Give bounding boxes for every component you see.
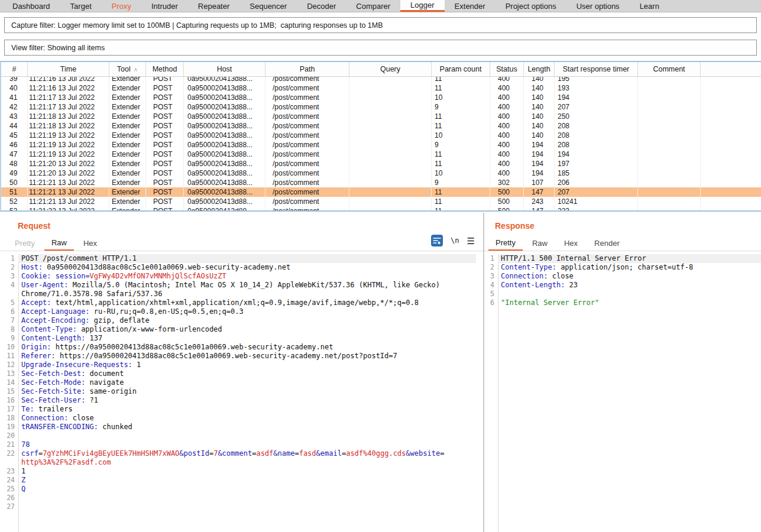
table-row[interactable]: 4111:21:17 13 Jul 2022ExtenderPOST0a9500…	[1, 93, 761, 102]
column-header-comment[interactable]: Comment	[638, 62, 701, 76]
response-tab-hex[interactable]: Hex	[557, 236, 585, 251]
column-header-tool[interactable]: Tool∧	[109, 62, 146, 76]
table-row[interactable]: 4811:21:20 13 Jul 2022ExtenderPOST0a9500…	[1, 159, 761, 168]
main-tab-comparer[interactable]: Comparer	[346, 0, 400, 12]
column-header-length[interactable]: Length	[524, 62, 555, 76]
line-text: Connection: close	[18, 414, 94, 423]
table-row[interactable]: 5311:21:22 13 Jul 2022ExtenderPOST0a9500…	[1, 206, 761, 211]
cell: /post/comment	[265, 83, 349, 93]
cell: 302	[490, 178, 524, 187]
main-tab-project-options[interactable]: Project options	[496, 0, 566, 12]
request-toolbar: \n ☰	[431, 235, 475, 246]
cell: 107	[524, 178, 555, 187]
cell: 208	[555, 140, 638, 150]
line-text: Cookie: session=VgFWy4D2vMfON7vMNMhjQlSc…	[18, 272, 226, 281]
line-text: Content-Length: 137	[18, 334, 102, 343]
main-tab-proxy[interactable]: Proxy	[102, 0, 141, 12]
table-row[interactable]: 4411:21:18 13 Jul 2022ExtenderPOST0a9500…	[1, 121, 761, 131]
editor-line: 17Te: trailers	[0, 405, 483, 414]
column-header-number[interactable]: #	[1, 62, 28, 76]
cell: 11	[432, 121, 490, 131]
editor-line: 19tRANSFER-ENCODING: chunked	[0, 423, 483, 432]
view-filter-bar[interactable]: View filter: Showing all items	[4, 40, 757, 56]
main-tab-user-options[interactable]: User options	[566, 0, 630, 12]
column-header-start-response-timer[interactable]: Start response timer	[555, 62, 638, 76]
cell: 11:21:16 13 Jul 2022	[28, 83, 109, 93]
editor-line: 7Accept-Encoding: gzip, deflate	[0, 316, 483, 325]
cell: Extender	[109, 93, 146, 102]
column-header-param-count[interactable]: Param count	[432, 62, 490, 76]
cell	[349, 77, 432, 83]
main-tab-target[interactable]: Target	[60, 0, 102, 12]
cell: 11	[432, 197, 490, 206]
table-row[interactable]: 4911:21:20 13 Jul 2022ExtenderPOST0a9500…	[1, 168, 761, 178]
table-row[interactable]: 4711:21:19 13 Jul 2022ExtenderPOST0a9500…	[1, 150, 761, 159]
column-header-status[interactable]: Status	[490, 62, 524, 76]
request-editor[interactable]: 1POST /post/comment HTTP/1.12Host: 0a950…	[0, 254, 483, 532]
main-tab-repeater[interactable]: Repeater	[188, 0, 239, 12]
response-tab-bar: PrettyRawHexRender	[484, 236, 761, 251]
cell: 400	[490, 168, 524, 178]
main-tab-decoder[interactable]: Decoder	[297, 0, 346, 12]
column-header-time[interactable]: Time	[28, 62, 109, 76]
cell: 9	[432, 140, 490, 150]
editor-line: 9Content-Length: 137	[0, 334, 483, 343]
cell: 10	[432, 131, 490, 140]
editor-line: 4User-Agent: Mozilla/5.0 (Macintosh; Int…	[0, 281, 483, 290]
table-row[interactable]: 4311:21:18 13 Jul 2022ExtenderPOST0a9500…	[1, 112, 761, 121]
cell: Extender	[109, 83, 146, 93]
cell: 11	[432, 77, 490, 83]
cell	[638, 150, 701, 159]
column-header-method[interactable]: Method	[146, 62, 184, 76]
main-tab-dashboard[interactable]: Dashboard	[2, 0, 60, 12]
table-row[interactable]: 4511:21:19 13 Jul 2022ExtenderPOST0a9500…	[1, 131, 761, 140]
cell	[349, 187, 432, 197]
table-row[interactable]: 4211:21:17 13 Jul 2022ExtenderPOST0a9500…	[1, 102, 761, 112]
main-tab-learn[interactable]: Learn	[630, 0, 669, 12]
log-table-header: #TimeTool∧MethodHostPathQueryParam count…	[1, 62, 761, 77]
response-title: Response	[495, 221, 761, 231]
editor-line: 1POST /post/comment HTTP/1.1	[0, 254, 483, 263]
table-row[interactable]: 3911:21:16 13 Jul 2022ExtenderPOST0a9500…	[1, 77, 761, 83]
response-tab-render[interactable]: Render	[587, 236, 627, 251]
cell	[638, 178, 701, 187]
main-tab-logger[interactable]: Logger	[400, 0, 444, 12]
capture-filter-bar[interactable]: Capture filter: Logger memory limit set …	[4, 17, 757, 33]
response-editor[interactable]: 1HTTP/1.1 500 Internal Server Error2Cont…	[484, 254, 761, 532]
column-header-query[interactable]: Query	[349, 62, 432, 76]
editor-line: 24Z	[0, 476, 483, 485]
cell: Extender	[109, 77, 146, 83]
main-tab-extender[interactable]: Extender	[445, 0, 496, 12]
main-tab-sequencer[interactable]: Sequencer	[239, 0, 297, 12]
table-row[interactable]: 4011:21:16 13 Jul 2022ExtenderPOST0a9500…	[1, 83, 761, 93]
cell: 194	[555, 93, 638, 102]
cell: POST	[146, 121, 184, 131]
cell: POST	[146, 77, 184, 83]
request-tab-hex[interactable]: Hex	[76, 236, 104, 251]
cell: POST	[146, 140, 184, 150]
menu-icon[interactable]: ☰	[467, 236, 475, 245]
line-text: Upgrade-Insecure-Requests: 1	[18, 361, 141, 369]
table-row[interactable]: 4611:21:19 13 Jul 2022ExtenderPOST0a9500…	[1, 140, 761, 150]
cell: 500	[490, 187, 524, 197]
response-tab-pretty[interactable]: Pretty	[488, 236, 523, 251]
response-tab-raw[interactable]: Raw	[525, 236, 555, 251]
wrap-icon[interactable]	[431, 235, 443, 246]
cell	[638, 131, 701, 140]
line-number: 22	[0, 449, 18, 458]
cell: 0a9500020413d88...	[184, 131, 265, 140]
cell: 400	[490, 102, 524, 112]
column-header-path[interactable]: Path	[265, 62, 349, 76]
cell: 140	[524, 93, 555, 102]
main-tab-intruder[interactable]: Intruder	[141, 0, 188, 12]
newline-icon[interactable]: \n	[451, 236, 459, 245]
request-tab-pretty[interactable]: Pretty	[8, 236, 42, 251]
cell: 40	[1, 83, 28, 93]
table-row[interactable]: 5111:21:21 13 Jul 2022ExtenderPOST0a9500…	[1, 187, 761, 197]
cell	[349, 197, 432, 206]
table-row[interactable]: 5211:21:21 13 Jul 2022ExtenderPOST0a9500…	[1, 197, 761, 206]
cell	[638, 121, 701, 131]
request-tab-raw[interactable]: Raw	[44, 236, 74, 251]
column-header-host[interactable]: Host	[184, 62, 265, 76]
table-row[interactable]: 5011:21:21 13 Jul 2022ExtenderPOST0a9500…	[1, 178, 761, 187]
